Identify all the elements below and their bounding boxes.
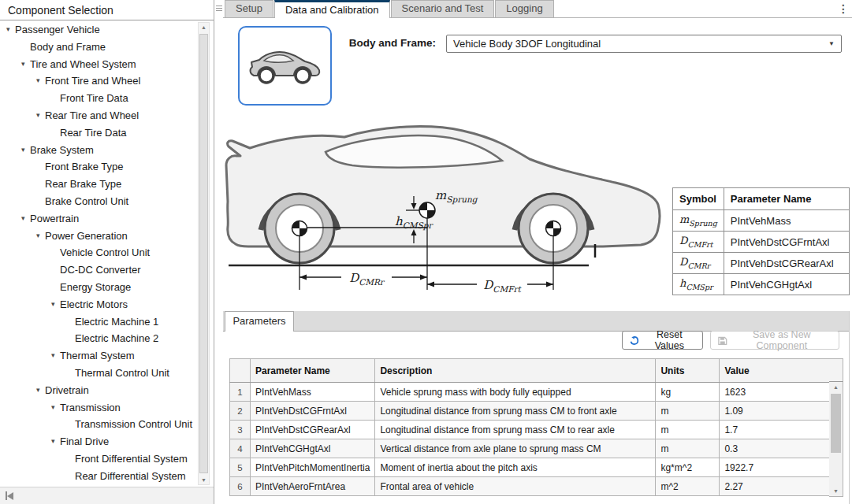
param-cell-parameter-name[interactable]: PIntVehDstCGFrntAxl bbox=[251, 402, 375, 421]
row-number[interactable]: 6 bbox=[230, 477, 251, 496]
tree-expand-icon[interactable]: ▾ bbox=[51, 399, 60, 417]
param-cell-units[interactable]: kg*m^2 bbox=[656, 458, 720, 477]
tree-item-rear-differential-system[interactable]: Rear Differential System bbox=[0, 468, 197, 485]
tree-item-powertrain[interactable]: ▾Powertrain bbox=[0, 210, 197, 228]
param-row[interactable]: 5PIntVehPitchMomentInertiaMoment of iner… bbox=[230, 458, 836, 477]
param-cell-description[interactable]: Vehicle sprung mass with body fully equi… bbox=[375, 383, 656, 402]
scroll-up-icon[interactable]: ▲ bbox=[829, 384, 843, 390]
virtual-vehicle-composer-window: Component Selection ▾Passenger VehicleBo… bbox=[0, 0, 852, 504]
reset-values-button[interactable]: Reset Values bbox=[622, 331, 703, 350]
tree-item-drivetrain[interactable]: ▾Drivetrain bbox=[0, 382, 197, 399]
symbol-cell: DCMFrt bbox=[673, 232, 724, 253]
row-number[interactable]: 1 bbox=[230, 383, 251, 402]
tree-expand-icon[interactable]: ▾ bbox=[21, 210, 30, 228]
panel-splitter[interactable] bbox=[214, 0, 214, 504]
collapse-panel-icon[interactable] bbox=[6, 491, 13, 500]
tree-expand-icon[interactable]: ▾ bbox=[36, 382, 45, 399]
param-cell-units[interactable]: m^2 bbox=[656, 477, 720, 496]
tree-item-front-tire-data[interactable]: Front Tire Data bbox=[0, 90, 197, 107]
param-cell-value[interactable]: 1922.7 bbox=[720, 458, 836, 477]
param-row[interactable]: 1PIntVehMassVehicle sprung mass with bod… bbox=[230, 383, 836, 402]
splitter-grip-icon[interactable] bbox=[216, 4, 222, 13]
tree-item-transmission[interactable]: ▾Transmission bbox=[0, 399, 197, 417]
tree-item-brake-system[interactable]: ▾Brake System bbox=[0, 142, 197, 159]
tree-item-tire-and-wheel-system[interactable]: ▾Tire and Wheel System bbox=[0, 56, 197, 73]
tree-item-vehicle-control-unit[interactable]: Vehicle Control Unit bbox=[0, 244, 197, 261]
param-cell-parameter-name[interactable]: PIntVehMass bbox=[251, 383, 375, 402]
tree-item-electric-motors[interactable]: ▾Electric Motors bbox=[0, 296, 197, 313]
param-cell-description[interactable]: Frontal area of vehicle bbox=[375, 477, 656, 496]
tree-expand-icon[interactable]: ▾ bbox=[51, 347, 60, 365]
tree-expand-icon[interactable]: ▾ bbox=[36, 107, 45, 124]
tree-expand-icon[interactable]: ▾ bbox=[51, 433, 60, 450]
param-cell-value[interactable]: 1.7 bbox=[720, 421, 836, 439]
tree-item-electric-machine-2[interactable]: Electric Machine 2 bbox=[0, 330, 197, 347]
param-cell-value[interactable]: 1.09 bbox=[720, 402, 836, 421]
param-row[interactable]: 6PIntVehAeroFrntAreaFrontal area of vehi… bbox=[230, 477, 836, 496]
tree-item-rear-brake-type[interactable]: Rear Brake Type bbox=[0, 176, 197, 193]
scroll-down-icon[interactable]: ▼ bbox=[829, 488, 843, 494]
tree-item-energy-storage[interactable]: Energy Storage bbox=[0, 279, 197, 296]
body-frame-dropdown[interactable]: Vehicle Body 3DOF Longitudinal ▼ bbox=[446, 35, 842, 53]
tree-expand-icon[interactable]: ▾ bbox=[6, 21, 15, 39]
tree-item-final-drive[interactable]: ▾Final Drive bbox=[0, 433, 197, 450]
param-cell-units[interactable]: m bbox=[656, 402, 720, 421]
overflow-menu-icon[interactable]: ⋮ bbox=[837, 2, 850, 16]
param-row[interactable]: 3PIntVehDstCGRearAxlLongitudinal distanc… bbox=[230, 421, 836, 439]
tree-item-passenger-vehicle[interactable]: ▾Passenger Vehicle bbox=[0, 21, 197, 39]
row-number-column-header bbox=[230, 359, 251, 383]
vehicle-type-button[interactable] bbox=[238, 26, 332, 106]
param-cell-parameter-name[interactable]: PIntVehPitchMomentInertia bbox=[251, 458, 375, 477]
row-number[interactable]: 2 bbox=[230, 402, 251, 421]
scroll-up-icon[interactable]: ▲ bbox=[199, 24, 209, 30]
tree-item-thermal-control-unit[interactable]: Thermal Control Unit bbox=[0, 365, 197, 382]
param-cell-parameter-name[interactable]: PIntVehAeroFrntArea bbox=[251, 477, 375, 496]
tree-item-thermal-system[interactable]: ▾Thermal System bbox=[0, 347, 197, 365]
tree-expand-icon[interactable]: ▾ bbox=[21, 142, 30, 159]
table-scrollbar[interactable]: ▲ ▼ bbox=[829, 382, 843, 497]
tree-item-front-tire-and-wheel[interactable]: ▾Front Tire and Wheel bbox=[0, 72, 197, 90]
tree-item-brake-control-unit[interactable]: Brake Control Unit bbox=[0, 193, 197, 210]
tree-item-transmission-control-unit[interactable]: Transmission Control Unit bbox=[0, 416, 197, 433]
tree-expand-icon[interactable]: ▾ bbox=[36, 72, 45, 90]
tree-item-rear-tire-data[interactable]: Rear Tire Data bbox=[0, 124, 197, 142]
param-cell-description[interactable]: Longitudinal distance from sprung mass C… bbox=[375, 402, 656, 421]
param-cell-description[interactable]: Vertical distance from axle plane to spr… bbox=[375, 439, 656, 458]
param-row[interactable]: 2PIntVehDstCGFrntAxlLongitudinal distanc… bbox=[230, 402, 836, 421]
param-cell-value[interactable]: 0.3 bbox=[720, 439, 836, 458]
tree-expand-icon[interactable]: ▾ bbox=[36, 228, 45, 245]
param-row[interactable]: 4PIntVehCGHgtAxlVertical distance from a… bbox=[230, 439, 836, 458]
tree-item-power-generation[interactable]: ▾Power Generation bbox=[0, 228, 197, 245]
row-number[interactable]: 5 bbox=[230, 458, 251, 477]
param-cell-units[interactable]: kg bbox=[656, 383, 720, 402]
tree-expand-icon[interactable]: ▾ bbox=[21, 56, 30, 73]
tab-setup[interactable]: Setup bbox=[225, 0, 273, 17]
param-cell-value[interactable]: 2.27 bbox=[720, 477, 836, 496]
scrollbar-thumb[interactable] bbox=[831, 394, 841, 453]
tree-item-front-brake-type[interactable]: Front Brake Type bbox=[0, 158, 197, 176]
tree-item-rear-tire-and-wheel[interactable]: ▾Rear Tire and Wheel bbox=[0, 107, 197, 124]
param-cell-parameter-name[interactable]: PIntVehCGHgtAxl bbox=[251, 439, 375, 458]
row-number[interactable]: 4 bbox=[230, 439, 251, 458]
tree-item-dc-dc-converter[interactable]: DC-DC Converter bbox=[0, 261, 197, 279]
tree-expand-icon[interactable]: ▾ bbox=[51, 296, 60, 313]
scrollbar-thumb[interactable] bbox=[199, 34, 208, 473]
param-cell-value[interactable]: 1623 bbox=[720, 383, 836, 402]
param-cell-units[interactable]: m bbox=[656, 439, 720, 458]
param-cell-description[interactable]: Longitudinal distance from sprung mass C… bbox=[375, 421, 656, 439]
tree-item-front-differential-system[interactable]: Front Differential System bbox=[0, 450, 197, 468]
tree-item-electric-machine-1[interactable]: Electric Machine 1 bbox=[0, 313, 197, 331]
tab-scenario-and-test[interactable]: Scenario and Test bbox=[391, 0, 495, 17]
tab-parameters[interactable]: Parameters bbox=[225, 311, 294, 332]
tree-item-body-and-frame[interactable]: Body and Frame bbox=[0, 39, 197, 56]
tab-logging[interactable]: Logging bbox=[495, 0, 553, 17]
param-cell-units[interactable]: m bbox=[656, 421, 720, 439]
tree-scrollbar[interactable]: ▲ ▼ bbox=[198, 22, 210, 485]
scroll-down-icon[interactable]: ▼ bbox=[199, 477, 209, 483]
save-as-new-component-button[interactable]: Save as New Component bbox=[710, 331, 839, 350]
tab-data-and-calibration[interactable]: Data and Calibration bbox=[274, 0, 390, 18]
tree-item-label: Electric Machine 2 bbox=[75, 330, 158, 347]
row-number[interactable]: 3 bbox=[230, 421, 251, 439]
param-cell-description[interactable]: Moment of inertia about the pitch axis bbox=[375, 458, 656, 477]
param-cell-parameter-name[interactable]: PIntVehDstCGRearAxl bbox=[251, 421, 375, 439]
